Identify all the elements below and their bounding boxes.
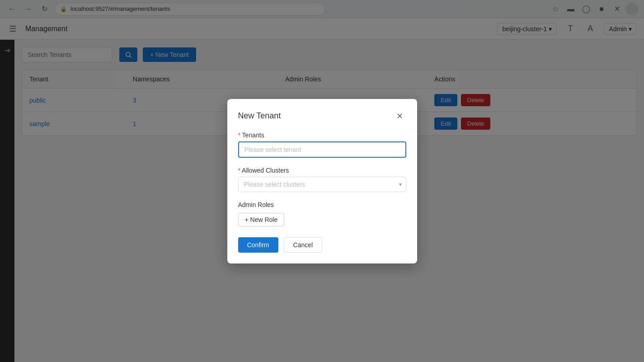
modal-footer: Confirm Cancel — [238, 237, 406, 253]
clusters-chevron-icon: ▾ — [399, 181, 402, 188]
modal-overlay[interactable]: New Tenant ✕ * Tenants * Allowed Cluster… — [0, 0, 644, 362]
modal-close-button[interactable]: ✕ — [394, 110, 406, 122]
tenants-form-group: * Tenants — [238, 132, 406, 158]
admin-roles-label: Admin Roles — [238, 201, 406, 208]
clusters-required-star: * — [238, 167, 242, 174]
clusters-form-group: * Allowed Clusters Please select cluster… — [238, 167, 406, 192]
modal-title: New Tenant — [238, 111, 281, 121]
clusters-select[interactable]: Please select clusters — [238, 177, 406, 192]
new-tenant-modal: New Tenant ✕ * Tenants * Allowed Cluster… — [227, 99, 417, 263]
modal-header: New Tenant ✕ — [238, 110, 406, 122]
tenants-input[interactable] — [238, 141, 406, 158]
clusters-placeholder: Please select clusters — [244, 181, 305, 188]
tenants-label: * Tenants — [238, 132, 406, 139]
clusters-label: * Allowed Clusters — [238, 167, 406, 174]
new-role-button[interactable]: + New Role — [238, 213, 285, 226]
cancel-button[interactable]: Cancel — [284, 237, 323, 253]
clusters-select-wrapper: Please select clusters ▾ — [238, 177, 406, 192]
confirm-button[interactable]: Confirm — [238, 237, 278, 253]
tenants-required-star: * — [238, 132, 242, 139]
admin-roles-form-group: Admin Roles + New Role — [238, 201, 406, 226]
